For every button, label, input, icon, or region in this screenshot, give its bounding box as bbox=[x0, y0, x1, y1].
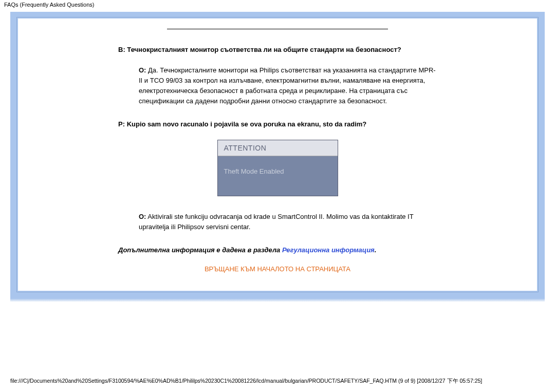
attention-body: Theft Mode Enabled bbox=[218, 156, 338, 196]
content-frame-outer: В: Течнокристалният монитор съответства … bbox=[10, 12, 545, 298]
extra-info: Допълнителна информация е дадена в разде… bbox=[118, 245, 437, 255]
answer-prefix: O: bbox=[139, 213, 146, 220]
page-title: FAQs (Frequently Asked Questions) bbox=[0, 0, 555, 9]
back-to-top-link[interactable]: ВРЪЩАНЕ КЪМ НАЧАЛОТО НА СТРАНИЦАТА bbox=[118, 265, 437, 273]
extra-info-text: Допълнителна информация е дадена в разде… bbox=[118, 246, 282, 254]
divider bbox=[167, 29, 388, 29]
question-text: Kupio sam novo racunalo i pojavila se ov… bbox=[127, 120, 367, 128]
question-prefix: P: bbox=[118, 120, 125, 128]
frame-bottom-shadow bbox=[10, 298, 545, 302]
footer-file-path: file:///C|/Documents%20and%20Settings/F3… bbox=[0, 374, 492, 390]
content-frame-inner: В: Течнокристалният монитор съответства … bbox=[16, 17, 539, 292]
question-text: Течнокристалният монитор съответства ли … bbox=[127, 46, 401, 53]
question-1: В: Течнокристалният монитор съответства … bbox=[118, 45, 437, 55]
extra-info-suffix: . bbox=[375, 246, 377, 254]
question-prefix: В: bbox=[118, 46, 125, 53]
content-column: В: Течнокристалният монитор съответства … bbox=[118, 18, 437, 273]
answer-text: Да. Течнокристалните монитори на Philips… bbox=[139, 66, 436, 105]
answer-2: O: Aktivirali ste funkciju odvracanja od… bbox=[118, 212, 437, 232]
attention-header: ATTENTION bbox=[218, 140, 338, 156]
content-area: В: Течнокристалният монитор съответства … bbox=[18, 18, 537, 291]
attention-dialog: ATTENTION Theft Mode Enabled bbox=[217, 140, 338, 196]
answer-1: О: Да. Течнокристалните монитори на Phil… bbox=[118, 65, 437, 107]
regulatory-info-link[interactable]: Регулационна информация bbox=[282, 246, 375, 254]
answer-text: Aktivirali ste funkciju odvracanja od kr… bbox=[139, 213, 413, 231]
question-2: P: Kupio sam novo racunalo i pojavila se… bbox=[118, 119, 437, 129]
answer-prefix: О: bbox=[139, 66, 146, 74]
